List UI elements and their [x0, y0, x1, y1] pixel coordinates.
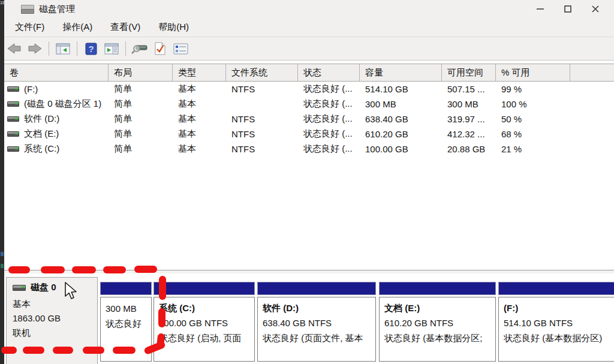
- cell-volume: 系统 (C:): [24, 143, 59, 155]
- drive-icon: [7, 101, 19, 107]
- column-header-percent[interactable]: % 可用: [496, 64, 570, 81]
- disk-size: 1863.00 GB: [13, 311, 97, 326]
- partition-d[interactable]: 软件 (D:) 638.40 GB NTFS 状态良好 (页面文件, 基本: [257, 282, 376, 362]
- column-header-fs[interactable]: 文件系统: [226, 64, 298, 81]
- cell-spacer: [570, 127, 614, 142]
- cell-layout: 简单: [109, 97, 173, 112]
- menubar: 文件(F) 操作(A) 查看(V) 帮助(H): [4, 18, 614, 37]
- drive-icon: [13, 285, 26, 291]
- cell-free: 300 MB: [442, 97, 496, 112]
- menu-file[interactable]: 文件(F): [8, 19, 52, 35]
- partition-e[interactable]: 文档 (E:) 610.20 GB NTFS 状态良好 (基本数据分区;: [379, 282, 496, 362]
- table-row[interactable]: 系统 (C:) 简单 基本 NTFS 状态良好 (... 100.00 GB 2…: [4, 142, 614, 157]
- action-pane-icon: [104, 43, 119, 55]
- close-button[interactable]: [582, 0, 609, 18]
- cell-fs: NTFS: [226, 127, 298, 142]
- cell-volume: 软件 (D:): [24, 113, 59, 125]
- minimize-button[interactable]: [526, 0, 554, 18]
- cell-type: 基本: [173, 112, 226, 127]
- cell-capacity: 610.20 GB: [360, 127, 442, 142]
- partition-status: 状态良好 (启动, 页面: [159, 330, 254, 345]
- cell-layout: 简单: [109, 82, 173, 97]
- column-header-type[interactable]: 类型: [173, 64, 226, 81]
- cell-capacity: 100.00 GB: [360, 142, 442, 157]
- cell-spacer: [570, 82, 614, 97]
- maximize-icon: [564, 5, 571, 13]
- cell-status: 状态良好 (...: [298, 127, 360, 142]
- properties-button[interactable]: [171, 40, 189, 58]
- mouse-cursor: [64, 282, 79, 301]
- cell-type: 基本: [173, 97, 226, 112]
- disk-management-window: 1B 磁盘管理 文件(F) 操作(A) 查看(V) 帮助(H): [0, 0, 614, 364]
- column-header-status[interactable]: 状态: [298, 64, 360, 81]
- cell-free: 319.97 ...: [442, 112, 496, 127]
- cell-fs: NTFS: [226, 112, 298, 127]
- titlebar: 磁盘管理: [4, 0, 614, 18]
- screen-edge-artifact: 1B: [0, 0, 4, 364]
- partition-status: 状态良好 (基本数据分区): [504, 330, 614, 345]
- partition-size: 638.40 GB NTFS: [263, 315, 375, 330]
- cell-percent: 50 %: [496, 112, 570, 127]
- partition-status: 状态良好 (基本数据分区;: [384, 330, 495, 345]
- partition-title: 系统 (C:): [159, 301, 254, 315]
- help-icon: ?: [85, 43, 97, 55]
- forward-icon: [28, 43, 42, 54]
- volume-table: 卷 布局 类型 文件系统 状态 容量 可用空间 % 可用 (F:) 简单 基本 …: [4, 64, 614, 157]
- cell-status: 状态良好 (...: [298, 82, 360, 97]
- toolbar: ?: [4, 37, 614, 61]
- table-row[interactable]: (磁盘 0 磁盘分区 1) 简单 基本 状态良好 (... 300 MB 300…: [4, 97, 614, 112]
- partition-size: 100.00 GB NTFS: [159, 315, 254, 330]
- cell-percent: 68 %: [496, 127, 570, 142]
- disk-scan-button[interactable]: [131, 40, 149, 58]
- partition-f[interactable]: (F:) 514.10 GB NTFS 状态良好 (基本数据分区): [498, 282, 614, 362]
- drive-icon: [7, 86, 19, 92]
- cell-type: 基本: [173, 142, 226, 157]
- partition-size: 610.20 GB NTFS: [384, 315, 495, 330]
- column-header-volume[interactable]: 卷: [4, 64, 109, 81]
- help-button[interactable]: ?: [82, 40, 100, 58]
- cell-volume: 文档 (E:): [24, 128, 59, 140]
- toolbar-separator: [49, 41, 49, 56]
- maximize-button[interactable]: [554, 0, 582, 18]
- show-console-tree-icon: [56, 43, 70, 55]
- menu-action[interactable]: 操作(A): [55, 19, 100, 35]
- column-header-capacity[interactable]: 容量: [360, 64, 442, 81]
- show-console-tree-button[interactable]: [54, 40, 72, 58]
- cell-percent: 100 %: [496, 97, 570, 112]
- toolbar-separator: [77, 41, 77, 56]
- window-controls: [526, 0, 609, 18]
- cell-volume: (F:): [24, 84, 38, 94]
- column-header-layout[interactable]: 布局: [109, 64, 173, 81]
- table-row[interactable]: (F:) 简单 基本 NTFS 状态良好 (... 514.10 GB 507.…: [4, 82, 614, 97]
- table-row[interactable]: 软件 (D:) 简单 基本 NTFS 状态良好 (... 638.40 GB 3…: [4, 112, 614, 127]
- disk-name: 磁盘 0: [31, 282, 56, 293]
- check-document-icon: [155, 42, 165, 55]
- column-header-free[interactable]: 可用空间: [442, 64, 496, 81]
- cell-free: 412.32 ...: [442, 127, 496, 142]
- partition-color-bar: [257, 282, 376, 295]
- volume-table-header: 卷 布局 类型 文件系统 状态 容量 可用空间 % 可用: [4, 64, 614, 82]
- table-row[interactable]: 文档 (E:) 简单 基本 NTFS 状态良好 (... 610.20 GB 4…: [4, 127, 614, 142]
- cell-fs: NTFS: [226, 142, 298, 157]
- cell-fs: NTFS: [226, 82, 298, 97]
- edge-artifact-speck: [1, 264, 4, 268]
- partition-c[interactable]: 系统 (C:) 100.00 GB NTFS 状态良好 (启动, 页面: [154, 282, 255, 362]
- cell-capacity: 514.10 GB: [360, 82, 442, 97]
- cell-spacer: [570, 112, 614, 127]
- edge-artifact-speck: [1, 252, 4, 256]
- cell-capacity: 638.40 GB: [360, 112, 442, 127]
- cell-layout: 简单: [109, 127, 173, 142]
- cell-free: 507.15 ...: [442, 82, 496, 97]
- close-icon: [592, 5, 599, 13]
- cell-status: 状态良好 (...: [298, 97, 360, 112]
- check-document-button[interactable]: [151, 40, 169, 58]
- partition-title: 文档 (E:): [384, 301, 495, 315]
- action-pane-button[interactable]: [103, 40, 121, 58]
- cell-percent: 21 %: [496, 142, 570, 157]
- menu-help[interactable]: 帮助(H): [151, 19, 196, 35]
- svg-text:?: ?: [88, 44, 94, 54]
- back-button[interactable]: [5, 40, 23, 58]
- forward-button[interactable]: [26, 40, 44, 58]
- menu-view[interactable]: 查看(V): [103, 19, 148, 35]
- cell-type: 基本: [173, 82, 226, 97]
